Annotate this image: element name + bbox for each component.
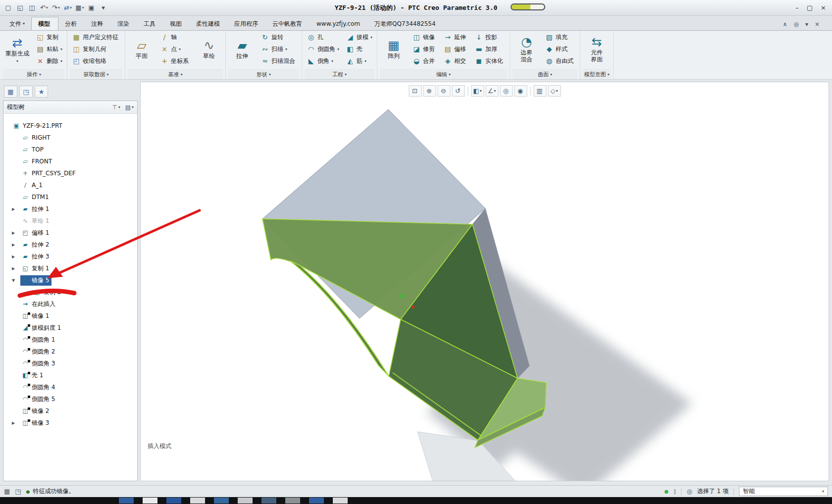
find-icon[interactable]: ◎ bbox=[686, 488, 692, 495]
model-tree-tab-icon[interactable]: ▦ bbox=[4, 86, 17, 98]
window-switch-icon[interactable]: ▦▾ bbox=[74, 2, 85, 14]
repaint-icon[interactable]: ↺ bbox=[452, 85, 465, 97]
ribbon-tab[interactable]: 视图 bbox=[163, 17, 190, 30]
ribbon-button[interactable]: ▦ 用户定义特征 bbox=[70, 31, 122, 43]
spin-center-icon[interactable]: ◉ bbox=[514, 85, 527, 97]
tree-item[interactable]: ▶ ◱ 复制 1 bbox=[3, 262, 137, 274]
folder-browser-tab-icon[interactable]: ◳ bbox=[19, 86, 33, 98]
ribbon-tab[interactable]: www.yzfjy.com bbox=[310, 17, 368, 30]
tree-item[interactable]: ◱ 复制 2 bbox=[3, 286, 137, 298]
taskbar-item[interactable] bbox=[190, 498, 205, 504]
tree-item[interactable]: ◢ 拔模斜度 1 bbox=[3, 322, 137, 334]
tree-item[interactable]: ▶ ▰ 拉伸 3 bbox=[3, 251, 137, 262]
tree-item[interactable]: ◫ 镜像 1 bbox=[3, 310, 137, 322]
ribbon-button[interactable]: ▬ 加厚 bbox=[472, 43, 507, 55]
command-search-icon[interactable]: ◎ bbox=[793, 21, 798, 28]
tree-item[interactable]: ▶ ▰ 拉伸 2 bbox=[3, 239, 137, 251]
open-file-icon[interactable]: ◱ bbox=[15, 2, 26, 14]
ribbon-button[interactable]: ◈ 相交 bbox=[441, 55, 470, 67]
save-icon[interactable]: ◫ bbox=[27, 2, 38, 14]
ribbon-button[interactable]: ↓ 投影 bbox=[472, 31, 507, 43]
customize-toolbar-icon[interactable]: ▾ bbox=[98, 2, 109, 14]
ribbon-button[interactable]: ◰ 收缩包络 bbox=[70, 55, 122, 67]
new-file-icon[interactable]: ▢ bbox=[3, 2, 14, 14]
graphics-area[interactable]: ⊡ ⊕ ⊖ ↺ ◧▾ ∠▾ ◎ ◉ bbox=[140, 82, 829, 481]
tree-item[interactable]: ▣ YZF-9-21.PRT bbox=[3, 120, 137, 132]
ribbon-tab[interactable]: 柔性建模 bbox=[190, 17, 228, 30]
tree-item[interactable]: ◠ 倒圆角 4 bbox=[3, 381, 137, 393]
taskbar-item[interactable] bbox=[143, 498, 157, 504]
close-file-icon[interactable]: × bbox=[815, 21, 820, 28]
taskbar-item[interactable] bbox=[261, 498, 276, 504]
ribbon-tab[interactable]: 渲染 bbox=[111, 17, 137, 30]
ribbon-button[interactable]: ◫ 镜像 bbox=[410, 31, 439, 43]
ribbon-group-label[interactable]: 编辑▾ bbox=[380, 69, 507, 79]
ribbon-tab[interactable]: 万老师QQ734482554 bbox=[368, 17, 444, 30]
expand-arrow-icon[interactable]: ▼ bbox=[12, 278, 18, 283]
taskbar-item[interactable] bbox=[166, 498, 181, 504]
taskbar-item[interactable] bbox=[238, 498, 253, 504]
minimize-ribbon-icon[interactable]: ∧ bbox=[783, 21, 787, 28]
expand-arrow-icon[interactable]: ▶ bbox=[12, 243, 18, 247]
taskbar-item[interactable] bbox=[333, 498, 348, 504]
close-window-icon[interactable]: ▣ bbox=[86, 2, 97, 14]
navigator-toggle-icon[interactable]: ▦ bbox=[4, 488, 10, 495]
zoom-in-icon[interactable]: ⊕ bbox=[423, 85, 436, 97]
taskbar-item[interactable] bbox=[309, 498, 324, 504]
tree-filters-icon[interactable]: ⊤▾ bbox=[112, 104, 120, 111]
tree-item[interactable]: ▱ DTM1 bbox=[3, 191, 137, 203]
ribbon-button[interactable]: × 点 ▾ bbox=[158, 43, 193, 55]
ribbon-group-label[interactable]: 形状▾ bbox=[228, 69, 299, 79]
tree-item[interactable]: ◠ 倒圆角 1 bbox=[3, 334, 137, 346]
ribbon-button[interactable]: + 坐标系 bbox=[158, 55, 193, 67]
ribbon-button[interactable]: ◼ 实体化 bbox=[472, 55, 507, 67]
taskbar-item[interactable] bbox=[285, 498, 300, 504]
tree-item[interactable]: ◠ 倒圆角 5 bbox=[3, 393, 137, 405]
favorites-tab-icon[interactable]: ★ bbox=[35, 86, 48, 98]
ribbon-tab[interactable]: 应用程序 bbox=[228, 17, 266, 30]
pause-updates-icon[interactable]: ‖ bbox=[674, 488, 676, 495]
ribbon-group-label[interactable]: 曲面▾ bbox=[513, 69, 577, 79]
ribbon-group-label[interactable]: 模型意图▾ bbox=[583, 69, 611, 79]
expand-arrow-icon[interactable]: ▶ bbox=[12, 207, 18, 211]
undo-icon[interactable]: ↶▾ bbox=[39, 2, 50, 14]
expand-arrow-icon[interactable]: ▶ bbox=[12, 231, 18, 235]
taskbar-item[interactable] bbox=[214, 498, 229, 504]
ribbon-button[interactable]: ◎ 孔 bbox=[305, 31, 341, 43]
ribbon-button[interactable]: ≈ 扫描混合 bbox=[259, 55, 299, 67]
tree-item[interactable]: → 在此插入 bbox=[3, 298, 137, 310]
regenerate-icon[interactable]: ⇄▾ bbox=[62, 2, 73, 14]
ribbon-button[interactable]: ◔ 边界 混合 bbox=[513, 31, 540, 69]
ribbon-tab[interactable]: 工具 bbox=[137, 17, 163, 30]
tree-item[interactable]: ◠ 倒圆角 3 bbox=[3, 357, 137, 369]
ribbon-button[interactable]: ↻ 旋转 bbox=[259, 31, 299, 43]
tree-item[interactable]: ∕ A_1 bbox=[3, 179, 137, 191]
ribbon-tab[interactable]: 分析 bbox=[58, 17, 85, 30]
minimize-icon[interactable]: – bbox=[795, 4, 799, 11]
ribbon-button[interactable]: ◍ 自由式 bbox=[543, 55, 577, 67]
ribbon-button[interactable]: ◭ 筋 ▾ bbox=[344, 55, 374, 67]
tree-item[interactable]: ∿ 草绘 1 bbox=[3, 215, 137, 227]
ribbon-tab[interactable]: 注释 bbox=[85, 17, 111, 30]
refit-icon[interactable]: ⊡ bbox=[409, 85, 421, 97]
display-style-icon[interactable]: ◧▾ bbox=[471, 85, 484, 97]
datum-display-icon[interactable]: ∠▾ bbox=[485, 85, 498, 97]
viewport-toolbar-item[interactable] bbox=[468, 87, 468, 96]
ribbon-group-label[interactable]: 基准▾ bbox=[128, 69, 223, 79]
ribbon-button[interactable]: ◪ 修剪 bbox=[410, 43, 439, 55]
ribbon-button[interactable]: ∕ 轴 bbox=[158, 31, 193, 43]
expand-arrow-icon[interactable]: ▶ bbox=[12, 266, 18, 271]
tree-item[interactable]: ◠ 倒圆角 2 bbox=[3, 346, 137, 357]
browser-toggle-icon[interactable]: ◳ bbox=[15, 488, 21, 495]
tree-item[interactable]: + PRT_CSYS_DEF bbox=[3, 167, 137, 179]
tree-item[interactable]: ▱ TOP bbox=[3, 144, 137, 155]
ribbon-button[interactable]: ◫ 复制几何 bbox=[70, 43, 122, 55]
selected-mirror-feature[interactable] bbox=[262, 219, 546, 448]
ribbon-button[interactable]: ▱ 平面 bbox=[128, 31, 156, 69]
ribbon-button[interactable]: ◆ 样式 bbox=[543, 43, 577, 55]
view-manager-icon[interactable]: ▥ bbox=[533, 85, 546, 97]
ribbon-button[interactable]: ▤ 粘贴 ▾ bbox=[34, 43, 64, 55]
viewport-toolbar-item[interactable] bbox=[530, 87, 530, 96]
annotation-display-icon[interactable]: ◎ bbox=[500, 85, 513, 97]
tree-item[interactable]: ▼ ◫ 镜像 5 bbox=[3, 274, 137, 286]
